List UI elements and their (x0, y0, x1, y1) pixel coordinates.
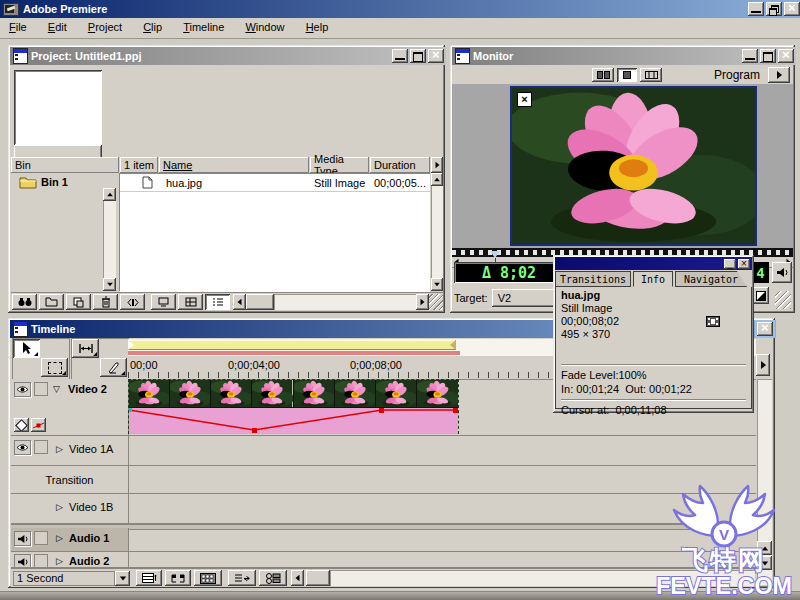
menu-clip[interactable]: Clip (134, 18, 171, 37)
monitor-maximize-button[interactable] (760, 49, 776, 63)
trim-view-button[interactable] (640, 68, 662, 82)
audio-toggle-button[interactable] (772, 262, 792, 283)
column-header-duration[interactable]: Duration (370, 157, 430, 173)
project-item-row[interactable]: hua.jpg Still Image 00;00;05... (120, 174, 430, 192)
marker-badge[interactable]: × (517, 92, 532, 107)
fade-keyframe-end[interactable] (453, 408, 458, 413)
audio2-speaker-toggle[interactable] (14, 554, 31, 568)
tab-transitions[interactable]: Transitions (555, 271, 631, 287)
app-minimize-button[interactable] (748, 2, 764, 16)
fade-keyframe-2[interactable] (379, 408, 384, 413)
fade-keyframe-start[interactable] (129, 408, 132, 412)
column-header-name[interactable]: Name (159, 157, 309, 173)
track-video2-header[interactable]: Video 2 (11, 379, 129, 435)
tab-info[interactable]: Info (633, 271, 673, 287)
track-transition-header[interactable]: Transition (11, 466, 129, 493)
audio1-expand-triangle[interactable] (56, 531, 63, 543)
app-restore-button[interactable] (766, 2, 782, 16)
work-area-start-marker[interactable] (128, 340, 134, 350)
project-minimize-button[interactable] (392, 49, 408, 63)
timeline-hscroll-thumb[interactable] (306, 570, 330, 586)
hscroll-right-button[interactable] (416, 294, 429, 310)
project-resize-grip[interactable] (429, 294, 443, 310)
track-options-button[interactable] (136, 570, 162, 586)
edit-tool[interactable] (72, 339, 99, 358)
track-video1b-header[interactable]: Video 1B (11, 494, 129, 523)
dual-view-button[interactable] (592, 68, 614, 82)
video2-clip[interactable] (128, 379, 459, 434)
hscroll-thumb[interactable] (246, 294, 274, 310)
monitor-resize-grip[interactable] (775, 291, 791, 309)
menu-help[interactable]: Help (297, 18, 338, 37)
monitor-minimize-button[interactable] (742, 49, 758, 63)
track-video1a-header[interactable]: Video 1A (11, 436, 129, 465)
project-close-button[interactable] (428, 49, 444, 63)
menu-project[interactable]: Project (79, 18, 131, 37)
app-close-button[interactable] (784, 2, 800, 16)
toggle-shift-tracks-button[interactable] (194, 570, 222, 586)
eye-icon (16, 385, 29, 394)
tab-navigator[interactable]: Navigator (675, 271, 747, 287)
bin-scrollbar[interactable] (103, 188, 116, 291)
menu-timeline[interactable]: Timeline (174, 18, 233, 37)
hscroll-left-button[interactable] (233, 294, 246, 310)
video2-fade-handle-button[interactable] (31, 418, 46, 432)
new-bin-button[interactable] (39, 294, 64, 310)
audio2-expand-triangle[interactable] (56, 554, 63, 566)
work-area-bar[interactable] (128, 340, 456, 350)
icon-view-button[interactable] (151, 294, 176, 310)
column-header-media-type[interactable]: Media Type (310, 157, 369, 173)
video2-expand-triangle[interactable] (53, 382, 60, 394)
new-item-button[interactable] (66, 294, 91, 310)
timeline-close-button[interactable] (757, 322, 773, 336)
toggle-sync-mode-button[interactable] (228, 570, 256, 586)
video1a-expand-triangle[interactable] (56, 442, 63, 454)
column-header-bin[interactable]: Bin (11, 157, 119, 173)
fade-keyframe-1[interactable] (252, 428, 257, 433)
delete-button[interactable] (93, 294, 118, 310)
video2-rubber-band[interactable] (129, 408, 458, 434)
track-video1a: Video 1A (11, 436, 756, 466)
zoom-level-dropdown[interactable]: 1 Second (13, 571, 115, 586)
display-quality-button[interactable] (752, 287, 769, 304)
monitor-menu-button[interactable] (768, 67, 790, 83)
video1b-expand-triangle[interactable] (56, 500, 63, 512)
menu-edit[interactable]: Edit (39, 18, 76, 37)
video2-lock-checkbox[interactable] (34, 382, 48, 396)
info-palette-titlebar[interactable]: _ × (555, 257, 752, 270)
timeline-hscroll-left-button[interactable] (291, 570, 304, 586)
resize-bin-button[interactable] (120, 294, 145, 310)
project-maximize-button[interactable] (410, 49, 426, 63)
video1a-eye-toggle[interactable] (14, 440, 31, 455)
video1a-lock-checkbox[interactable] (34, 440, 48, 454)
fade-line[interactable] (129, 410, 457, 430)
ruler-scroll-right-button[interactable] (756, 354, 770, 376)
find-button[interactable] (12, 294, 37, 310)
columns-scroll-right-button[interactable] (431, 157, 443, 173)
menu-window[interactable]: Window (236, 18, 293, 37)
project-preview-pane (14, 70, 102, 145)
work-area-end-marker[interactable] (450, 340, 456, 350)
video2-keyframe-button[interactable] (14, 418, 29, 432)
toggle-edge-viewing-button[interactable] (165, 570, 191, 586)
audio1-lock-checkbox[interactable] (34, 531, 48, 545)
palette-minimize-button[interactable]: _ (724, 259, 736, 269)
monitor-close-button[interactable] (778, 49, 794, 63)
selection-tool[interactable] (13, 339, 40, 358)
list-view-button[interactable] (205, 294, 230, 310)
item-list-scrollbar[interactable] (431, 173, 443, 291)
zoom-level-arrow-button[interactable] (115, 571, 130, 586)
video2-eye-toggle[interactable] (14, 382, 31, 397)
toggle-block-select-button[interactable] (259, 570, 287, 586)
menu-file[interactable]: File (0, 18, 36, 37)
razor-tool[interactable] (100, 358, 127, 377)
thumbnail-view-button[interactable] (178, 294, 203, 310)
audio2-lock-checkbox[interactable] (34, 554, 48, 568)
track-audio1-header[interactable]: Audio 1 (11, 528, 129, 551)
range-select-tool[interactable] (41, 358, 68, 377)
audio1-speaker-toggle[interactable] (14, 531, 31, 546)
timeline-window-icon (13, 321, 28, 337)
palette-close-button[interactable]: × (738, 259, 750, 269)
single-view-button[interactable] (617, 68, 637, 82)
track-audio2-header[interactable]: Audio 2 (11, 552, 129, 568)
